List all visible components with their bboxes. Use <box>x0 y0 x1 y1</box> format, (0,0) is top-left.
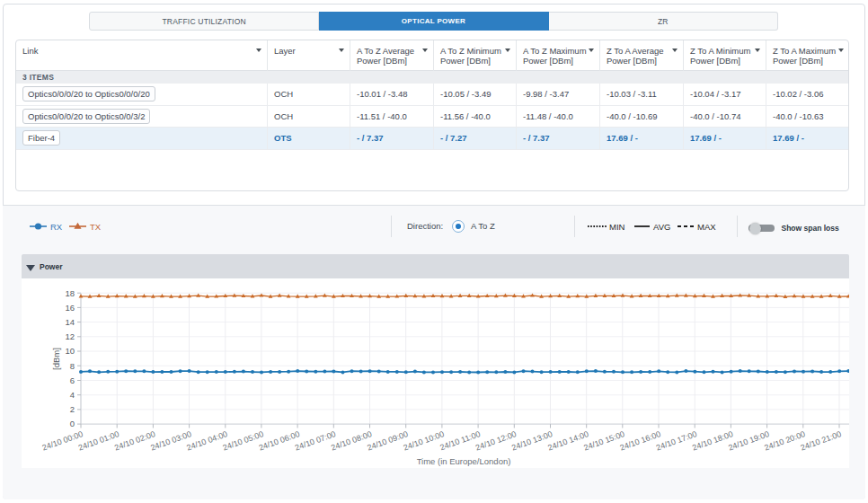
svg-text:TX: TX <box>90 222 102 232</box>
svg-text:24/10 02:00: 24/10 02:00 <box>113 428 156 452</box>
svg-text:4: 4 <box>70 390 75 400</box>
svg-text:24/10 09:00: 24/10 09:00 <box>366 428 409 452</box>
svg-text:12: 12 <box>65 331 75 341</box>
svg-text:24/10 08:00: 24/10 08:00 <box>330 428 373 452</box>
svg-text:24/10 16:00: 24/10 16:00 <box>619 428 662 452</box>
svg-text:2: 2 <box>70 404 75 414</box>
svg-text:24/10 04:00: 24/10 04:00 <box>185 428 228 452</box>
svg-text:0: 0 <box>70 419 75 428</box>
svg-text:24/10 12:00: 24/10 12:00 <box>474 428 518 452</box>
svg-text:10: 10 <box>65 346 75 356</box>
svg-text:Time (in Europe/London): Time (in Europe/London) <box>417 455 511 465</box>
svg-text:18: 18 <box>65 287 75 297</box>
svg-text:24/10 05:00: 24/10 05:00 <box>221 428 264 452</box>
svg-text:RX: RX <box>50 222 63 232</box>
svg-text:24/10 15:00: 24/10 15:00 <box>582 428 625 452</box>
svg-text:24/10 11:00: 24/10 11:00 <box>438 428 481 451</box>
svg-text:24/10 17:00: 24/10 17:00 <box>655 428 698 452</box>
svg-text:24/10 19:00: 24/10 19:00 <box>727 428 770 452</box>
svg-text:24/10 13:00: 24/10 13:00 <box>510 428 554 452</box>
svg-text:24/10 14:00: 24/10 14:00 <box>546 428 589 452</box>
svg-text:24/10 10:00: 24/10 10:00 <box>402 428 445 452</box>
svg-text:24/10 20:00: 24/10 20:00 <box>763 428 806 452</box>
svg-text:24/10 03:00: 24/10 03:00 <box>149 428 192 452</box>
svg-text:[dBm]: [dBm] <box>51 348 61 370</box>
svg-text:16: 16 <box>65 302 75 312</box>
svg-text:24/10 00:00: 24/10 00:00 <box>41 428 84 452</box>
svg-text:14: 14 <box>65 316 75 326</box>
svg-text:24/10 07:00: 24/10 07:00 <box>294 428 337 452</box>
svg-text:8: 8 <box>70 360 75 370</box>
svg-text:24/10 06:00: 24/10 06:00 <box>258 428 301 452</box>
svg-text:24/10 01:00: 24/10 01:00 <box>77 428 120 452</box>
svg-text:24/10 18:00: 24/10 18:00 <box>691 428 734 452</box>
svg-text:6: 6 <box>70 375 75 384</box>
svg-text:24/10 21:00: 24/10 21:00 <box>800 428 843 452</box>
